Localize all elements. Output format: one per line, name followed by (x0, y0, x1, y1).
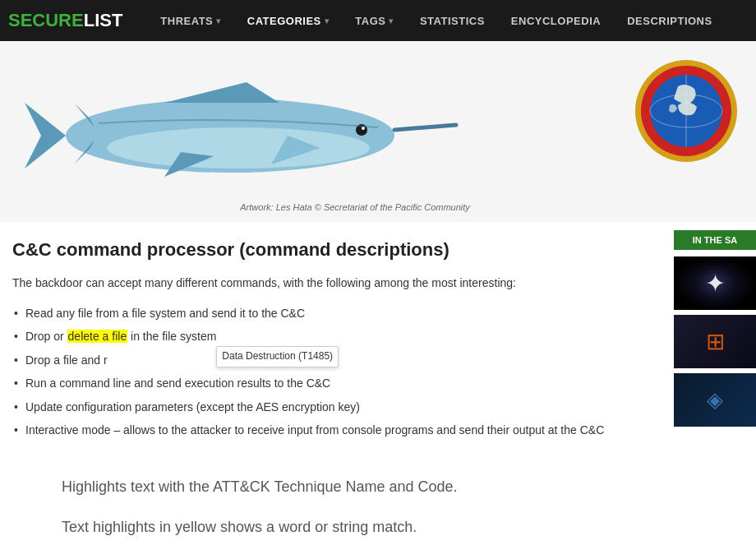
sidebar-thumb-2[interactable] (674, 315, 756, 368)
chevron-down-icon: ▾ (389, 16, 394, 25)
article-intro: The backdoor can accept many different c… (12, 274, 662, 292)
list-item: Run a command line and send execution re… (12, 372, 662, 395)
svg-point-6 (107, 127, 370, 169)
highlight-yellow: delete a file (67, 330, 128, 343)
sidebar-thumb-3[interactable] (674, 373, 756, 427)
list-item: Drop or delete a file in the file system… (12, 325, 662, 348)
hero-section: Artwork: Les Hata © Secretariat of the P… (0, 41, 756, 222)
main-content: C&C command processor (command descripti… (0, 222, 674, 559)
list-item: Interactive mode – allows to the attacke… (12, 418, 662, 441)
nav-item-tags[interactable]: TAGS ▾ (342, 0, 407, 41)
feature-text-2: Text highlights in yellow shows a word o… (62, 515, 612, 540)
tooltip-data-destruction: Data Destruction (T1485) (216, 346, 339, 367)
svg-marker-1 (25, 103, 66, 169)
article-heading: C&C command processor (command descripti… (12, 238, 662, 262)
list-item: Read any file from a file system and sen… (12, 302, 662, 325)
logo-secure: SECURE (8, 10, 84, 30)
page-layout: C&C command processor (command descripti… (0, 222, 756, 559)
hero-caption: Artwork: Les Hata © Secretariat of the P… (240, 202, 470, 212)
feature-text-3: Highlights in blue show sentence matches… (62, 555, 612, 559)
article-list: Read any file from a file system and sen… (12, 302, 662, 441)
nav-item-descriptions[interactable]: DESCRIPTIONS (614, 0, 726, 41)
chevron-down-icon: ▾ (216, 16, 221, 25)
nav-item-statistics[interactable]: STATISTICS (407, 0, 498, 41)
sidebar: IN THE SA (674, 222, 756, 559)
sidebar-thumb-1[interactable] (674, 256, 756, 310)
nav-item-categories[interactable]: CATEGORIES ▾ (234, 0, 343, 41)
svg-line-3 (394, 125, 456, 130)
nav-item-threats[interactable]: THREATS ▾ (147, 0, 233, 41)
chevron-down-icon: ▾ (325, 16, 330, 25)
feature-section: Highlights text with the ATT&CK Techniqu… (12, 458, 662, 559)
navigation: SECURELIST THREATS ▾ CATEGORIES ▾ TAGS ▾… (0, 0, 756, 41)
nav-items: THREATS ▾ CATEGORIES ▾ TAGS ▾ STATISTICS… (147, 0, 748, 41)
logo[interactable]: SECURELIST (8, 10, 122, 31)
hero-badge-image (633, 58, 740, 164)
svg-marker-2 (164, 82, 279, 103)
sidebar-label: IN THE SA (674, 230, 756, 250)
list-item: Update configuration parameters (except … (12, 395, 662, 418)
feature-text-1: Highlights text with the ATT&CK Techniqu… (62, 474, 612, 500)
logo-list: LIST (84, 10, 123, 30)
hero-fish-image (0, 58, 460, 197)
nav-item-encyclopedia[interactable]: ENCYCLOPEDIA (498, 0, 614, 41)
